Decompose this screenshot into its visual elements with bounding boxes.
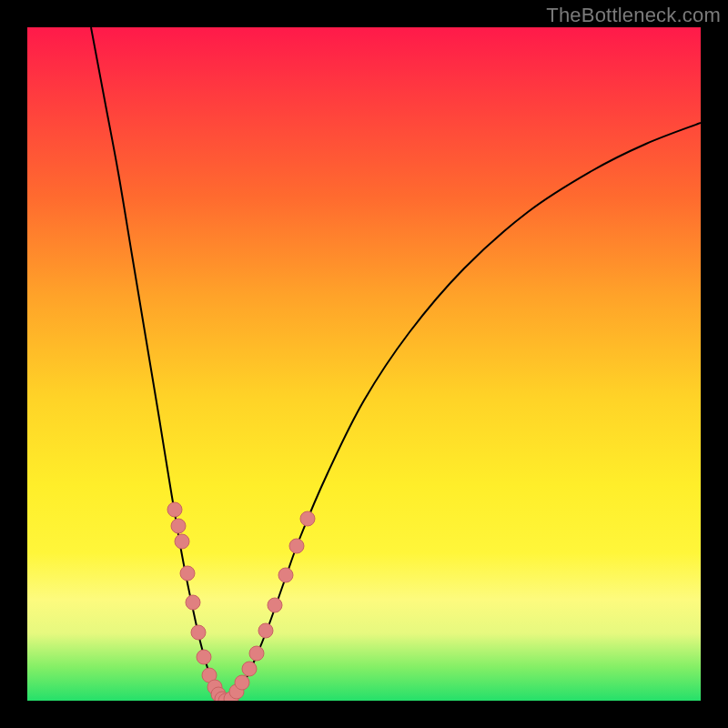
scatter-dot xyxy=(171,519,186,533)
scatter-dot xyxy=(268,598,282,612)
scatter-dot xyxy=(191,625,206,640)
curve-right xyxy=(229,123,701,701)
scatter-dot xyxy=(242,662,257,676)
chart-frame xyxy=(27,27,701,701)
scatter-dot xyxy=(167,502,182,517)
scatter-dot xyxy=(186,595,200,610)
scatter-dot xyxy=(300,511,315,526)
scatter-dot xyxy=(278,568,293,582)
curve-left xyxy=(91,27,226,701)
scatter-dots xyxy=(167,502,315,701)
scatter-dot xyxy=(197,650,211,664)
scatter-dot xyxy=(175,534,189,549)
watermark-text: TheBottleneck.com xyxy=(546,4,721,27)
scatter-dot xyxy=(235,675,249,690)
scatter-dot xyxy=(249,646,264,661)
chart-svg xyxy=(27,27,701,701)
scatter-dot xyxy=(258,623,273,638)
scatter-dot xyxy=(180,566,195,581)
scatter-dot xyxy=(289,539,304,553)
